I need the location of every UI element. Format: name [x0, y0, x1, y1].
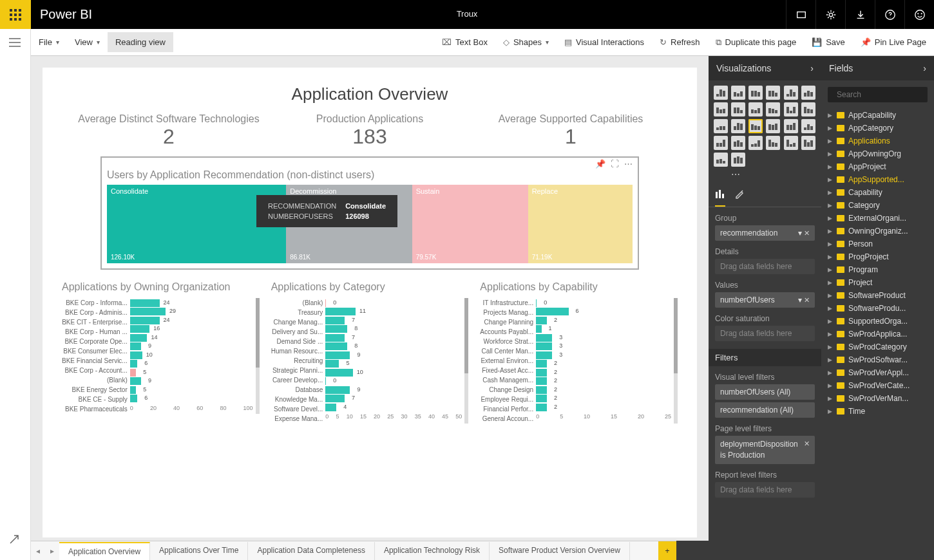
bar[interactable]: 2 [536, 317, 547, 324]
field-table-item[interactable]: ▶ Applications [821, 135, 934, 147]
bar[interactable]: 9 [130, 342, 141, 350]
bar[interactable]: 9 [325, 386, 350, 394]
viz-type-icon[interactable] [714, 136, 728, 150]
more-viz-icon[interactable]: ⋯ [731, 169, 746, 180]
field-table-item[interactable]: ▶ SwProdVerMan... [821, 392, 934, 405]
fields-tab-icon[interactable] [715, 189, 725, 207]
report-filters-well[interactable]: Drag data fields here [715, 482, 815, 498]
bar[interactable]: 3 [536, 351, 552, 359]
viz-type-icon[interactable] [801, 102, 815, 117]
bar[interactable]: 16 [130, 325, 150, 333]
treemap-cell[interactable]: Sustain79.57K [412, 185, 528, 263]
field-table-item[interactable]: ▶ SwProdVerCate... [821, 379, 934, 392]
fields-search[interactable] [828, 87, 928, 102]
gear-icon[interactable] [815, 0, 845, 29]
bar[interactable]: 29 [130, 308, 166, 315]
viz-type-icon[interactable] [784, 119, 798, 133]
page-filter-item[interactable]: deploymentDisposition✕ is Production [715, 436, 815, 464]
viz-type-icon[interactable] [784, 86, 798, 100]
bar[interactable]: 10 [325, 369, 352, 377]
field-table-item[interactable]: ▶ SupportedOrga... [821, 315, 934, 328]
smile-icon[interactable] [904, 0, 934, 29]
bar[interactable]: 10 [130, 351, 142, 359]
viz-type-icon[interactable] [801, 119, 815, 133]
bar[interactable]: 14 [130, 334, 148, 342]
bar[interactable]: 0 [536, 299, 537, 307]
field-table-item[interactable]: ▶ SwProdCategory [821, 341, 934, 353]
viz-type-icon[interactable] [801, 86, 815, 100]
field-table-item[interactable]: ▶ AppProject [821, 160, 934, 173]
field-table-item[interactable]: ▶ SoftwareProduct [821, 289, 934, 302]
bar[interactable]: 0 [325, 299, 326, 307]
tab-next-icon[interactable]: ▸ [45, 546, 59, 555]
bar[interactable]: 7 [325, 395, 345, 402]
bar[interactable]: 3 [536, 334, 552, 342]
focus-icon[interactable]: ⛶ [611, 159, 619, 169]
treemap-visual[interactable]: 📌 ⛶ ⋯ Users by Application Recommendatio… [100, 156, 639, 270]
viz-type-icon[interactable] [766, 86, 780, 100]
bar-chart[interactable]: Applications by Owning Organization BKE … [62, 281, 260, 424]
bar[interactable]: 9 [130, 377, 141, 385]
visual-interactions-button[interactable]: ▤Visual Interactions [557, 32, 652, 52]
values-well[interactable]: numberOfUsers▾ ✕ [715, 292, 815, 308]
scrollbar[interactable] [256, 298, 260, 414]
fields-header[interactable]: Fields› [821, 56, 934, 80]
bar[interactable]: 8 [325, 342, 347, 350]
page-tab[interactable]: Application Overview [59, 542, 150, 560]
remove-icon[interactable]: ✕ [804, 229, 810, 237]
field-table-item[interactable]: ▶ Program [821, 263, 934, 276]
field-table-item[interactable]: ▶ AppCapability [821, 109, 934, 122]
viz-type-icon[interactable] [731, 119, 745, 133]
viz-type-icon[interactable] [766, 136, 780, 150]
field-table-item[interactable]: ▶ Project [821, 276, 934, 289]
bar[interactable]: 4 [325, 404, 336, 411]
visualizations-header[interactable]: Visualizations› [709, 56, 821, 80]
file-menu[interactable]: File▾ [31, 32, 67, 52]
scrollbar[interactable] [464, 298, 468, 424]
bar[interactable]: 6 [130, 395, 137, 402]
duplicate-page-button[interactable]: ⧉Duplicate this page [708, 32, 805, 53]
bar-chart[interactable]: Applications by Capability IT Infrastruc… [480, 281, 678, 424]
hamburger-icon[interactable] [0, 29, 30, 59]
help-icon[interactable] [875, 0, 904, 29]
remove-icon[interactable]: ✕ [804, 296, 810, 304]
viz-type-icon[interactable] [784, 136, 798, 150]
bar[interactable]: 7 [325, 317, 345, 324]
field-table-item[interactable]: ▶ Time [821, 405, 934, 418]
field-table-item[interactable]: ▶ ExternalOrgani... [821, 212, 934, 225]
bar[interactable]: 0 [325, 377, 326, 385]
bar[interactable]: 2 [536, 377, 547, 385]
viz-type-icon[interactable] [784, 102, 798, 117]
bar[interactable]: 7 [325, 334, 345, 342]
bar[interactable]: 2 [536, 395, 547, 402]
field-table-item[interactable]: ▶ Person [821, 238, 934, 250]
field-table-item[interactable]: ▶ Category [821, 199, 934, 212]
bar[interactable]: 1 [536, 325, 541, 333]
bar[interactable]: 2 [536, 369, 547, 377]
bar[interactable]: 2 [536, 404, 547, 411]
format-tab-icon[interactable] [734, 189, 745, 207]
reading-view-button[interactable]: Reading view [108, 32, 173, 52]
bar[interactable]: 9 [325, 351, 350, 359]
tab-prev-icon[interactable]: ◂ [31, 546, 45, 555]
field-table-item[interactable]: ▶ AppSupported... [821, 173, 934, 186]
scrollbar[interactable] [674, 298, 678, 424]
viz-type-icon[interactable] [731, 102, 745, 117]
bar-chart[interactable]: Applications by Category (Blank)Treasury… [271, 281, 469, 424]
save-button[interactable]: 💾Save [804, 32, 853, 52]
visual-filter-item[interactable]: recommendation (All) [715, 402, 815, 418]
viz-type-icon[interactable] [748, 102, 763, 117]
page-tab[interactable]: Software Product Version Overview [490, 542, 630, 560]
kpi-card[interactable]: Average Supported Capabilities 1 [470, 113, 671, 149]
download-icon[interactable] [845, 0, 875, 29]
viz-type-icon[interactable] [714, 102, 728, 117]
page-tab[interactable]: Application Technology Risk [375, 542, 490, 560]
viz-type-icon[interactable] [731, 153, 745, 167]
textbox-button[interactable]: ⌧Text Box [434, 32, 495, 52]
bar[interactable]: 2 [536, 386, 547, 394]
viz-type-icon[interactable] [714, 153, 728, 167]
field-table-item[interactable]: ▶ SwProdSoftwar... [821, 353, 934, 366]
field-table-item[interactable]: ▶ OwningOrganiz... [821, 225, 934, 238]
add-page-button[interactable]: + [658, 541, 676, 561]
field-table-item[interactable]: ▶ SoftwareProdu... [821, 302, 934, 315]
